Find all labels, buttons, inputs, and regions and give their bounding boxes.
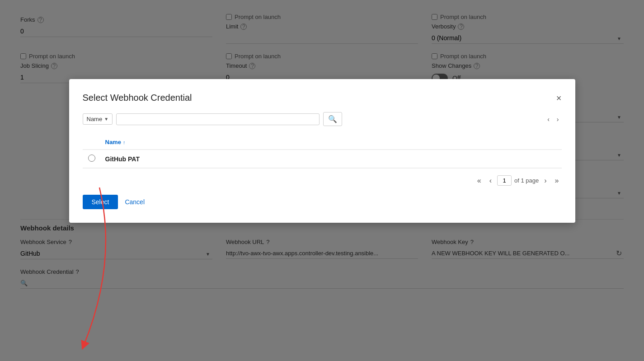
select-button[interactable]: Select: [83, 195, 118, 209]
search-filter-arrow-icon: ▼: [104, 117, 108, 122]
table-header-name[interactable]: Name ↑: [101, 135, 562, 150]
modal-title: Select Webhook Credential: [83, 93, 192, 103]
row-radio-cell: [83, 150, 101, 168]
modal-search-bar: Name ▼ 🔍 ‹ ›: [83, 112, 562, 126]
select-webhook-credential-modal: Select Webhook Credential × Name ▼ 🔍 ‹ ›…: [69, 79, 575, 223]
pag-next-button[interactable]: ›: [541, 176, 549, 186]
modal-close-button[interactable]: ×: [556, 94, 562, 103]
modal-search-button[interactable]: 🔍: [323, 112, 342, 126]
table-header-radio: [83, 135, 101, 150]
modal-search-input[interactable]: [120, 116, 315, 123]
credential-table: Name ↑ GitHub PAT: [83, 135, 562, 168]
modal-footer: Select Cancel: [83, 195, 562, 209]
credential-name: GitHub PAT: [105, 155, 140, 163]
pag-top-prev-button[interactable]: ‹: [545, 115, 552, 124]
pag-prev-button[interactable]: ‹: [487, 176, 494, 186]
credential-radio[interactable]: [88, 155, 95, 162]
pag-of-text: of 1 page: [514, 177, 539, 184]
table-body: GitHub PAT: [83, 150, 562, 168]
pag-top-next-button[interactable]: ›: [554, 115, 562, 124]
table-row: GitHub PAT: [83, 150, 562, 168]
modal-pagination: « ‹ of 1 page › »: [83, 175, 562, 186]
search-input-wrapper: [116, 113, 320, 125]
pag-last-button[interactable]: »: [552, 176, 562, 186]
pag-page-input[interactable]: [497, 175, 512, 186]
cancel-button[interactable]: Cancel: [125, 198, 145, 206]
row-name-cell: GitHub PAT: [101, 150, 562, 168]
name-sort-icon: ↑: [123, 140, 126, 145]
pag-first-button[interactable]: «: [475, 176, 484, 186]
pagination-top: ‹ ›: [545, 115, 561, 124]
table-header-row: Name ↑: [83, 135, 562, 150]
search-filter-text: Name: [87, 116, 103, 122]
search-filter-dropdown[interactable]: Name ▼: [83, 113, 113, 125]
modal-header: Select Webhook Credential ×: [83, 93, 562, 103]
